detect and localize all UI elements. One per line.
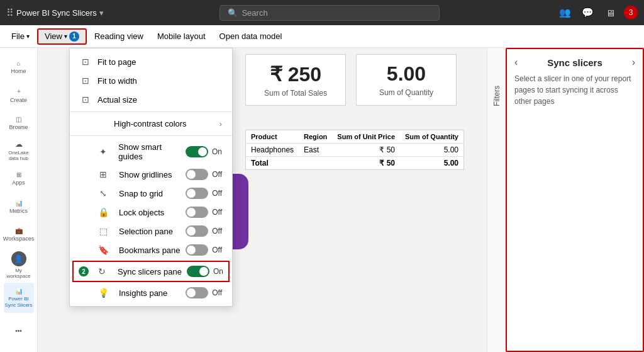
kpi-quantity: 5.00 Sum of Quantity — [356, 54, 457, 106]
search-placeholder: Search — [242, 8, 267, 18]
smart-guides-toggle[interactable] — [186, 146, 208, 157]
toggle-selection-row: ⬚ Selection pane Off — [70, 222, 232, 241]
insights-toggle[interactable] — [186, 287, 208, 298]
sidebar-item-home[interactable]: ⌂ Home — [4, 54, 34, 79]
sidebar-item-browse[interactable]: ◫ Browse — [4, 110, 34, 135]
snap-toggle[interactable] — [186, 188, 208, 199]
filters-panel[interactable]: Filters — [487, 48, 506, 352]
lock-icon: 🔒 — [97, 207, 109, 217]
insights-label: Insights pane — [119, 288, 167, 298]
people-icon[interactable]: 👥 — [556, 4, 574, 21]
bookmarks-toggle[interactable] — [186, 244, 208, 256]
data-table-inner: Product Region Sum of Unit Price Sum of … — [246, 130, 464, 169]
col-region: Region — [299, 130, 332, 144]
sidebar-item-metrics[interactable]: 📊 Metrics — [4, 194, 34, 219]
sidebar-item-my-workspace[interactable]: 👤 Myworkspace — [4, 250, 34, 280]
mobile-layout-label: Mobile layout — [157, 31, 206, 41]
grid-icon: ⠿ — [6, 7, 14, 19]
home-icon: ⌂ — [16, 60, 20, 67]
right-panel-header: ‹ Sync slicers › — [514, 57, 635, 68]
kpi-cards: ₹ 250 Sum of Total Sales 5.00 Sum of Qua… — [245, 54, 457, 106]
cell-quantity: 5.00 — [400, 144, 464, 157]
sidebar-item-more[interactable]: ••• — [4, 315, 34, 346]
main-layout: ⌂ Home ＋ Create ◫ Browse ☁ OneLakedata h… — [0, 48, 644, 352]
table-total-row: Total ₹ 50 5.00 — [246, 157, 464, 170]
browse-label: Browse — [9, 124, 28, 130]
search-icon: 🔍 — [228, 8, 238, 18]
lock-toggle[interactable] — [186, 207, 208, 218]
my-workspace-icon: 👤 — [11, 251, 26, 266]
sync-slicers-panel: ‹ Sync slicers › Select a slicer in one … — [506, 48, 644, 352]
cell-total-unit-price: ₹ 50 — [332, 157, 400, 170]
col-product: Product — [246, 130, 299, 144]
toggle-gridlines-row: ⊞ Show gridlines Off — [70, 165, 232, 184]
sidebar-item-workspaces[interactable]: 💼 Workspaces — [4, 222, 34, 247]
sidebar-item-sync-slicers[interactable]: 📊 Power BISync Slicers — [4, 283, 34, 313]
actual-size-item[interactable]: ⊡ Actual size — [70, 90, 232, 109]
sidebar-item-apps[interactable]: ⊞ Apps — [4, 166, 34, 191]
home-label: Home — [11, 68, 26, 74]
sync-slicers-label: Power BISync Slicers — [4, 296, 32, 308]
left-sidebar: ⌂ Home ＋ Create ◫ Browse ☁ OneLakedata h… — [0, 48, 38, 352]
kpi-quantity-value: 5.00 — [372, 62, 441, 86]
sync-slicers-pane-label: Sync slicers pane — [118, 267, 182, 276]
kpi-total-sales-label: Sum of Total Sales — [261, 89, 330, 98]
actual-size-icon: ⊡ — [80, 94, 91, 105]
smart-guides-label: Show smart guides — [118, 142, 186, 161]
create-label: Create — [10, 97, 27, 103]
table-row: Headphones East ₹ 50 5.00 — [246, 144, 464, 157]
gridlines-toggle[interactable] — [186, 169, 208, 180]
app-title-text: Power BI Sync Slicers — [16, 8, 97, 18]
mobile-layout-menu[interactable]: Mobile layout — [151, 29, 212, 43]
sync-slicers-toggle[interactable] — [187, 266, 209, 277]
dd-divider-2 — [70, 135, 232, 136]
selection-icon: ⬚ — [97, 226, 109, 236]
file-menu[interactable]: File ▾ — [5, 29, 36, 43]
cell-total-label: Total — [246, 157, 299, 170]
fit-to-page-label: Fit to page — [97, 57, 222, 67]
metrics-label: Metrics — [9, 208, 28, 214]
toggle-lock-row: 🔒 Lock objects Off — [70, 203, 232, 222]
snap-label: Snap to grid — [119, 189, 163, 198]
view-dropdown-menu: ⊡ Fit to page ⊡ Fit to width ⊡ Actual si… — [69, 48, 233, 307]
panel-nav-left[interactable]: ‹ — [514, 57, 518, 68]
cell-total-quantity: 5.00 — [400, 157, 464, 170]
cell-product: Headphones — [246, 144, 299, 157]
app-title: ⠿ Power BI Sync Slicers ▾ — [6, 7, 104, 19]
fit-to-page-item[interactable]: ⊡ Fit to page — [70, 52, 232, 71]
kpi-total-sales-value: ₹ 250 — [261, 62, 330, 86]
sidebar-item-create[interactable]: ＋ Create — [4, 82, 34, 107]
table-header-row: Product Region Sum of Unit Price Sum of … — [246, 130, 464, 144]
bookmarks-icon: 🔖 — [97, 245, 109, 255]
panel-nav-right[interactable]: › — [632, 57, 635, 68]
sidebar-item-onelake[interactable]: ☁ OneLakedata hub — [4, 138, 34, 163]
selection-toggle[interactable] — [186, 225, 208, 237]
file-arrow: ▾ — [26, 33, 30, 40]
col-quantity: Sum of Quantity — [400, 130, 464, 144]
open-data-model-label: Open data model — [219, 31, 282, 41]
high-contrast-label: High-contrast colors — [114, 119, 213, 128]
kpi-quantity-label: Sum of Quantity — [372, 88, 441, 97]
fit-to-page-icon: ⊡ — [80, 57, 91, 67]
top-bar-icons: 👥 💬 🖥 3 — [556, 4, 638, 21]
open-data-model-menu[interactable]: Open data model — [213, 29, 289, 43]
reading-view-menu[interactable]: Reading view — [88, 29, 150, 43]
actual-size-label: Actual size — [97, 95, 222, 105]
view-menu[interactable]: View ▾ 1 — [37, 28, 87, 45]
gridlines-icon: ⊞ — [97, 169, 109, 179]
insights-val: Off — [212, 288, 222, 297]
title-dropdown-arrow[interactable]: ▾ — [99, 8, 104, 18]
display-icon[interactable]: 🖥 — [601, 4, 619, 21]
fit-to-width-icon: ⊡ — [80, 76, 91, 86]
search-box[interactable]: 🔍 Search — [219, 5, 440, 21]
bookmarks-val: Off — [212, 246, 222, 254]
fit-to-width-item[interactable]: ⊡ Fit to width — [70, 71, 232, 90]
sync-slicers-val: On — [213, 267, 223, 276]
toggle-insights-row: 💡 Insights pane Off — [70, 283, 232, 302]
menu-bar: File ▾ View ▾ 1 Reading view Mobile layo… — [0, 25, 644, 48]
col-unit-price: Sum of Unit Price — [332, 130, 400, 144]
high-contrast-item[interactable]: High-contrast colors › — [70, 115, 232, 133]
dd-divider-1 — [70, 111, 232, 112]
chat-icon[interactable]: 💬 — [579, 4, 596, 21]
onelake-label: OneLakedata hub — [8, 150, 28, 162]
